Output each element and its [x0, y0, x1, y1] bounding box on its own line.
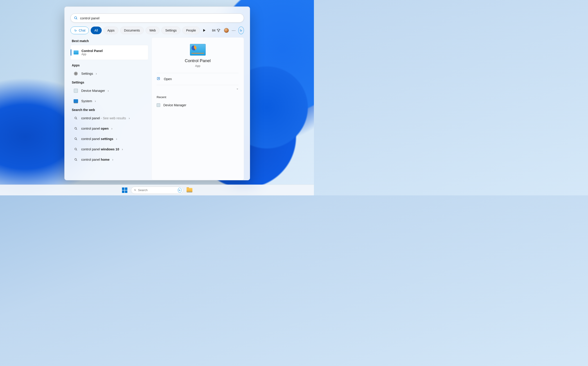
- section-best-match: Best match: [70, 37, 148, 44]
- result-title: control panel home: [81, 158, 110, 161]
- svg-point-4: [75, 127, 76, 129]
- chevron-right-icon: ›: [96, 72, 97, 76]
- svg-line-5: [76, 129, 77, 130]
- action-open[interactable]: Open: [157, 73, 239, 85]
- chevron-right-icon: ›: [129, 116, 130, 120]
- preview-pane: Control Panel App Open ⌄ Recent Device M…: [151, 37, 244, 180]
- section-apps: Apps: [70, 62, 148, 69]
- device-manager-icon: [73, 88, 79, 93]
- svg-line-1: [76, 18, 77, 19]
- bing-icon: [74, 29, 77, 32]
- section-search-web: Search the web: [70, 106, 148, 113]
- control-panel-icon: [190, 44, 206, 56]
- result-subtitle: App: [82, 53, 145, 56]
- preview-title: Control Panel: [157, 58, 239, 63]
- folder-icon: [187, 188, 192, 192]
- svg-line-9: [76, 150, 77, 150]
- user-avatar[interactable]: [224, 27, 229, 34]
- filter-row: Chat All Apps Documents Web Settings Peo…: [70, 27, 244, 34]
- filter-web[interactable]: Web: [146, 27, 160, 34]
- result-app-settings[interactable]: Settings ›: [70, 69, 148, 79]
- bing-icon: [239, 29, 243, 32]
- search-icon: [73, 126, 79, 131]
- filter-people[interactable]: People: [182, 27, 200, 34]
- action-open-label: Open: [164, 77, 172, 81]
- chevron-right-icon: ›: [108, 89, 109, 92]
- svg-line-3: [76, 119, 77, 119]
- result-title: Control Panel: [82, 49, 145, 53]
- chevron-right-icon: ›: [122, 147, 123, 151]
- chevron-down-icon[interactable]: ⌄: [236, 86, 239, 90]
- search-box[interactable]: [70, 14, 244, 23]
- svg-point-2: [75, 117, 76, 119]
- recent-item-label: Device Manager: [163, 103, 186, 107]
- results-list: Best match Control Panel App Apps Settin…: [70, 37, 151, 180]
- result-web-1[interactable]: control panel open ›: [70, 123, 148, 134]
- start-button[interactable]: [120, 186, 129, 195]
- chevron-right-icon: ›: [116, 137, 117, 141]
- search-icon: [74, 16, 78, 20]
- preview-subtitle: App: [157, 64, 239, 68]
- rewards-value: 84: [212, 29, 216, 32]
- filter-chat-label: Chat: [79, 29, 85, 32]
- open-icon: [157, 77, 161, 81]
- result-setting-system[interactable]: System ›: [70, 96, 148, 106]
- gear-icon: [73, 71, 79, 76]
- svg-point-10: [75, 159, 76, 160]
- rewards-points[interactable]: 84: [211, 28, 222, 32]
- bing-icon[interactable]: [178, 188, 181, 193]
- result-web-4[interactable]: control panel home ›: [70, 154, 148, 165]
- result-best-match[interactable]: Control Panel App: [70, 45, 148, 60]
- svg-point-0: [75, 17, 77, 19]
- search-icon: [73, 136, 79, 142]
- windows-icon: [122, 188, 127, 193]
- bing-button[interactable]: [238, 27, 244, 34]
- result-web-0[interactable]: control panel - See web results ›: [70, 113, 148, 123]
- chevron-right-icon: ›: [95, 99, 96, 103]
- system-icon: [73, 98, 79, 104]
- trophy-icon: [217, 28, 220, 32]
- result-web-3[interactable]: control panel windows 10 ›: [70, 144, 148, 154]
- section-settings: Settings: [70, 79, 148, 85]
- svg-point-13: [134, 189, 136, 191]
- avatar-icon: [224, 28, 229, 33]
- result-title: control panel open: [81, 127, 109, 130]
- taskbar-search[interactable]: [131, 187, 183, 194]
- taskbar-file-explorer[interactable]: [185, 186, 194, 195]
- svg-point-8: [75, 148, 76, 150]
- filter-all[interactable]: All: [91, 27, 102, 34]
- search-icon: [73, 146, 79, 152]
- filter-settings[interactable]: Settings: [161, 27, 181, 34]
- search-input[interactable]: [80, 16, 241, 20]
- filter-documents[interactable]: Documents: [120, 27, 144, 34]
- search-flyout: Chat All Apps Documents Web Settings Peo…: [64, 7, 250, 180]
- result-title: control panel windows 10: [81, 147, 119, 151]
- more-button[interactable]: ⋯: [231, 27, 236, 34]
- svg-point-6: [75, 138, 76, 140]
- filter-apps[interactable]: Apps: [104, 27, 118, 34]
- control-panel-icon: [73, 50, 79, 55]
- search-icon: [134, 188, 136, 192]
- svg-line-11: [76, 160, 77, 161]
- chevron-right-icon: ›: [111, 127, 113, 130]
- search-icon: [73, 157, 79, 162]
- result-title: Settings: [81, 72, 93, 76]
- play-icon: [203, 29, 206, 32]
- result-web-2[interactable]: control panel settings ›: [70, 134, 148, 144]
- recent-header: Recent: [157, 95, 239, 99]
- taskbar: [0, 185, 314, 195]
- result-title: control panel settings: [81, 137, 113, 141]
- taskbar-search-input[interactable]: [138, 188, 176, 192]
- result-title: System: [81, 99, 92, 103]
- filter-chat[interactable]: Chat: [70, 27, 89, 34]
- chevron-right-icon: ›: [112, 158, 113, 161]
- result-setting-device-manager[interactable]: Device Manager ›: [70, 85, 148, 96]
- svg-line-14: [135, 191, 136, 191]
- filter-overflow-next[interactable]: [202, 27, 207, 34]
- svg-line-7: [76, 139, 77, 140]
- recent-item-device-manager[interactable]: Device Manager: [157, 101, 239, 109]
- result-title: control panel - See web results: [81, 116, 126, 120]
- result-title: Device Manager: [81, 89, 105, 92]
- search-icon: [73, 115, 79, 121]
- device-manager-icon: [157, 103, 160, 107]
